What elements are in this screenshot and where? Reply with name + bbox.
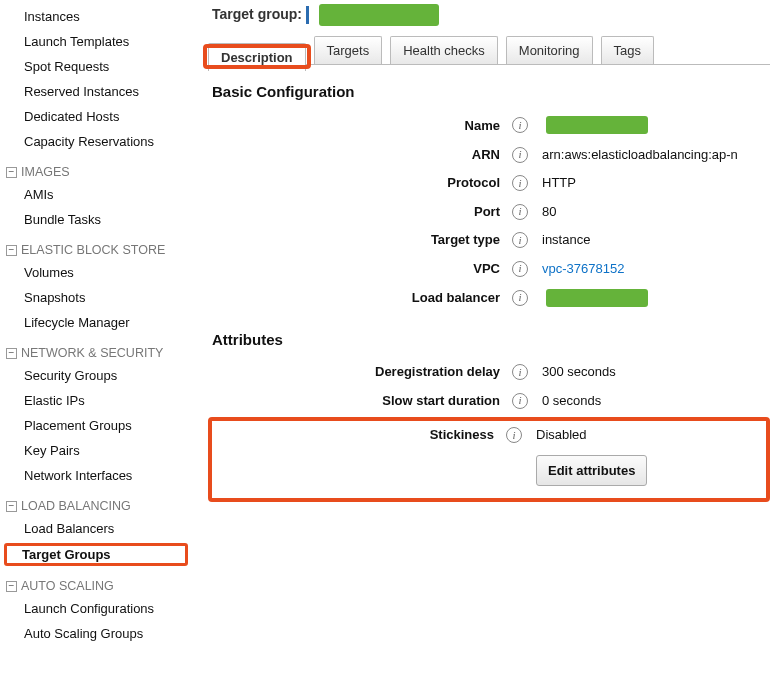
- section-images[interactable]: − IMAGES: [0, 154, 190, 182]
- tab-description[interactable]: Description: [208, 43, 306, 71]
- collapse-icon: −: [6, 245, 17, 256]
- row-protocol: Protocol i HTTP: [208, 169, 770, 198]
- info-icon[interactable]: i: [506, 427, 522, 443]
- tab-bar: Description Targets Health checks Monito…: [208, 36, 770, 65]
- label-target-type: Target type: [208, 232, 508, 247]
- sidebar-item-snapshots[interactable]: Snapshots: [0, 285, 190, 310]
- sidebar-item-lifecycle-manager[interactable]: Lifecycle Manager: [0, 310, 190, 335]
- highlight-description-tab: Description: [208, 49, 306, 64]
- value-stickiness: Disabled: [526, 427, 764, 442]
- label-vpc: VPC: [208, 261, 508, 276]
- info-icon[interactable]: i: [512, 117, 528, 133]
- section-label: LOAD BALANCING: [21, 499, 131, 513]
- highlight-target-groups: Target Groups: [4, 543, 188, 566]
- section-label: IMAGES: [21, 165, 70, 179]
- info-icon[interactable]: i: [512, 290, 528, 306]
- highlight-stickiness-edit: Stickiness i Disabled Edit attributes: [208, 417, 770, 503]
- label-name: Name: [208, 118, 508, 133]
- redacted-value: [546, 116, 648, 134]
- sidebar-item-spot-requests[interactable]: Spot Requests: [0, 54, 190, 79]
- tab-health-checks[interactable]: Health checks: [390, 36, 498, 64]
- label-port: Port: [208, 204, 508, 219]
- value-protocol: HTTP: [532, 175, 770, 190]
- target-group-header: Target group:: [208, 0, 770, 36]
- row-name: Name i: [208, 110, 770, 140]
- label-arn: ARN: [208, 147, 508, 162]
- section-label: AUTO SCALING: [21, 579, 114, 593]
- info-icon[interactable]: i: [512, 364, 528, 380]
- sidebar-item-launch-configurations[interactable]: Launch Configurations: [0, 596, 190, 621]
- page-root: Instances Launch Templates Spot Requests…: [0, 0, 770, 679]
- info-icon[interactable]: i: [512, 204, 528, 220]
- collapse-icon: −: [6, 167, 17, 178]
- sidebar-item-key-pairs[interactable]: Key Pairs: [0, 438, 190, 463]
- tab-tags[interactable]: Tags: [601, 36, 654, 64]
- info-icon[interactable]: i: [512, 232, 528, 248]
- section-auto-scaling[interactable]: − AUTO SCALING: [0, 568, 190, 596]
- sidebar-item-launch-templates[interactable]: Launch Templates: [0, 29, 190, 54]
- tab-targets[interactable]: Targets: [314, 36, 383, 64]
- row-arn: ARN i arn:aws:elasticloadbalancing:ap-n: [208, 140, 770, 169]
- section-basic-configuration: Basic Configuration: [212, 83, 770, 100]
- section-network-security[interactable]: − NETWORK & SECURITY: [0, 335, 190, 363]
- row-load-balancer: Load balancer i: [208, 283, 770, 313]
- row-vpc: VPC i vpc-37678152: [208, 254, 770, 283]
- info-icon[interactable]: i: [512, 261, 528, 277]
- label-dereg-delay: Deregistration delay: [208, 364, 508, 379]
- sidebar-item-security-groups[interactable]: Security Groups: [0, 363, 190, 388]
- section-label: NETWORK & SECURITY: [21, 346, 163, 360]
- value-dereg-delay: 300 seconds: [532, 364, 770, 379]
- collapse-icon: −: [6, 581, 17, 592]
- row-slow-start: Slow start duration i 0 seconds: [208, 386, 770, 415]
- sidebar-item-dedicated-hosts[interactable]: Dedicated Hosts: [0, 104, 190, 129]
- main-panel: Target group: Description Targets Health…: [190, 0, 770, 679]
- redacted-name: [319, 4, 439, 26]
- sidebar-item-target-groups[interactable]: Target Groups: [4, 547, 188, 562]
- collapse-icon: −: [6, 501, 17, 512]
- sidebar-item-amis[interactable]: AMIs: [0, 182, 190, 207]
- sidebar-item-auto-scaling-groups[interactable]: Auto Scaling Groups: [0, 621, 190, 646]
- label-stickiness: Stickiness: [214, 427, 502, 442]
- sidebar: Instances Launch Templates Spot Requests…: [0, 0, 190, 679]
- value-arn: arn:aws:elasticloadbalancing:ap-n: [532, 147, 770, 162]
- row-target-type: Target type i instance: [208, 226, 770, 255]
- row-dereg-delay: Deregistration delay i 300 seconds: [208, 358, 770, 387]
- selection-bar-icon: [306, 6, 309, 24]
- value-slow-start: 0 seconds: [532, 393, 770, 408]
- value-target-type: instance: [532, 232, 770, 247]
- sidebar-item-elastic-ips[interactable]: Elastic IPs: [0, 388, 190, 413]
- label-protocol: Protocol: [208, 175, 508, 190]
- sidebar-item-capacity-reservations[interactable]: Capacity Reservations: [0, 129, 190, 154]
- tab-monitoring[interactable]: Monitoring: [506, 36, 593, 64]
- section-attributes: Attributes: [212, 331, 770, 348]
- row-port: Port i 80: [208, 197, 770, 226]
- info-icon[interactable]: i: [512, 393, 528, 409]
- link-vpc[interactable]: vpc-37678152: [542, 261, 624, 276]
- redacted-value: [546, 289, 648, 307]
- collapse-icon: −: [6, 348, 17, 359]
- edit-attributes-button[interactable]: Edit attributes: [536, 455, 647, 486]
- info-icon[interactable]: i: [512, 175, 528, 191]
- section-load-balancing[interactable]: − LOAD BALANCING: [0, 488, 190, 516]
- value-port: 80: [532, 204, 770, 219]
- info-icon[interactable]: i: [512, 147, 528, 163]
- section-elastic-block-store[interactable]: − ELASTIC BLOCK STORE: [0, 232, 190, 260]
- sidebar-item-load-balancers[interactable]: Load Balancers: [0, 516, 190, 541]
- sidebar-item-bundle-tasks[interactable]: Bundle Tasks: [0, 207, 190, 232]
- row-stickiness: Stickiness i Disabled: [214, 421, 764, 450]
- sidebar-item-instances[interactable]: Instances: [0, 4, 190, 29]
- label-load-balancer: Load balancer: [208, 290, 508, 305]
- sidebar-item-volumes[interactable]: Volumes: [0, 260, 190, 285]
- section-label: ELASTIC BLOCK STORE: [21, 243, 165, 257]
- target-group-label: Target group:: [212, 6, 302, 22]
- label-slow-start: Slow start duration: [208, 393, 508, 408]
- sidebar-item-reserved-instances[interactable]: Reserved Instances: [0, 79, 190, 104]
- sidebar-item-placement-groups[interactable]: Placement Groups: [0, 413, 190, 438]
- sidebar-item-network-interfaces[interactable]: Network Interfaces: [0, 463, 190, 488]
- row-edit-attributes: Edit attributes: [214, 449, 764, 492]
